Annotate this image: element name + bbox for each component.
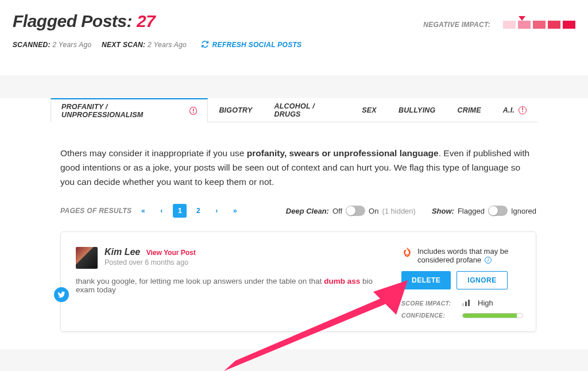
reason-text: Includes words that may be considered pr… (417, 247, 508, 264)
tab-sex[interactable]: SEX (351, 98, 388, 122)
twitter-icon (54, 287, 69, 302)
author-name: Kim Lee (105, 247, 140, 257)
impact-block (503, 21, 516, 29)
tab-bullying[interactable]: BULLYING (388, 98, 447, 122)
nextscan-label: NEXT SCAN: (102, 41, 145, 49)
category-tabs: PROFANITY / UNPROFESSIONALISM!BIGOTRYALC… (51, 98, 537, 122)
info-icon[interactable]: i (485, 257, 492, 264)
impact-label: NEGATIVE IMPACT: (423, 21, 490, 29)
confidence-bar (462, 313, 523, 318)
pager-prev[interactable]: ‹ (154, 204, 168, 218)
show-toggle[interactable] (488, 206, 508, 216)
show-control: Show: Flagged Ignored (432, 206, 536, 216)
ignore-button[interactable]: IGNORE (457, 271, 507, 289)
view-post-link[interactable]: View Your Post (146, 249, 196, 257)
deep-clean-control: Deep Clean: Off On (1 hidden) (286, 206, 416, 216)
tab-label: PROFANITY / UNPROFESSIONALISM (61, 103, 185, 119)
flagged-post-card: Kim Lee View Your Post Posted over 6 mon… (60, 231, 536, 332)
page-title: Flagged Posts: 27 (13, 11, 301, 31)
impact-block (563, 21, 575, 29)
refresh-text: REFRESH SOCIAL POSTS (212, 41, 302, 49)
pager-page-1[interactable]: 1 (173, 204, 187, 218)
desc-bold: profanity, swears or unprofessional lang… (247, 148, 439, 158)
tab-description: Others may consider it inappropriate if … (60, 146, 536, 189)
show-ignored: Ignored (511, 207, 536, 215)
tab-crime[interactable]: CRIME (446, 98, 492, 122)
pager-page-2[interactable]: 2 (191, 204, 205, 218)
show-flagged: Flagged (458, 207, 485, 215)
posted-ago: Posted over 6 months ago (105, 258, 196, 266)
tab-label: CRIME (457, 106, 481, 114)
delete-button[interactable]: DELETE (401, 271, 451, 289)
scan-meta: SCANNED: 2 Years Ago NEXT SCAN: 2 Years … (13, 40, 301, 50)
scanned-label: SCANNED: (13, 41, 51, 49)
deepclean-on: On (369, 207, 378, 215)
deepclean-off: Off (332, 207, 342, 215)
alert-icon: ! (189, 107, 197, 115)
pager-last[interactable]: » (228, 204, 242, 218)
pager-first[interactable]: « (136, 204, 150, 218)
pager-next[interactable]: › (210, 204, 223, 218)
flag-reason: Includes words that may be considered pr… (401, 247, 523, 264)
tab-label: A.I. (503, 106, 514, 114)
tab-label: BULLYING (399, 106, 436, 114)
refresh-link[interactable]: REFRESH SOCIAL POSTS (201, 41, 301, 49)
flagged-count: 27 (137, 11, 155, 30)
impact-block (518, 21, 531, 29)
score-impact-value: High (478, 299, 493, 307)
bars-icon (462, 300, 470, 306)
confidence-label: CONFIDENCE: (401, 312, 454, 319)
tab-label: BIGOTRY (219, 106, 252, 114)
avatar (76, 247, 98, 269)
pagination: PAGES OF RESULTS « ‹ 1 2 › » (60, 204, 242, 218)
flagged-word: dumb ass (324, 277, 360, 285)
score-impact-label: SCORE IMPACT: (401, 300, 454, 307)
confidence-row: CONFIDENCE: (401, 312, 523, 319)
tab-a-i[interactable]: A.I.! (492, 98, 537, 122)
impact-pointer-icon (519, 16, 525, 21)
tab-alcohol-drugs[interactable]: ALCOHOL / DRUGS (264, 98, 351, 122)
title-label: Flagged Posts: (13, 11, 132, 30)
deepclean-toggle[interactable] (346, 206, 365, 216)
impact-block (548, 21, 560, 29)
post-text-pre: thank you google, for letting me look up… (76, 277, 324, 285)
deepclean-label: Deep Clean: (286, 207, 329, 215)
score-impact-row: SCORE IMPACT: High (401, 299, 523, 307)
tab-profanity-unprofessionalism[interactable]: PROFANITY / UNPROFESSIONALISM! (51, 98, 208, 122)
impact-block (533, 21, 546, 29)
nextscan-value: 2 Years Ago (148, 41, 187, 49)
desc-pre: Others may consider it inappropriate if … (60, 148, 247, 158)
alert-icon: ! (519, 106, 527, 114)
impact-gauge (503, 21, 575, 29)
tab-bigotry[interactable]: BIGOTRY (208, 98, 263, 122)
deepclean-hidden: (1 hidden) (382, 207, 416, 215)
refresh-icon (201, 40, 209, 50)
show-label: Show: (432, 207, 454, 215)
tab-label: ALCOHOL / DRUGS (274, 102, 341, 118)
tab-label: SEX (362, 106, 377, 114)
post-text: thank you google, for letting me look up… (76, 277, 391, 294)
scanned-value: 2 Years Ago (52, 41, 91, 49)
pager-label: PAGES OF RESULTS (60, 207, 131, 215)
flame-icon (401, 247, 413, 258)
negative-impact: NEGATIVE IMPACT: (423, 21, 575, 29)
